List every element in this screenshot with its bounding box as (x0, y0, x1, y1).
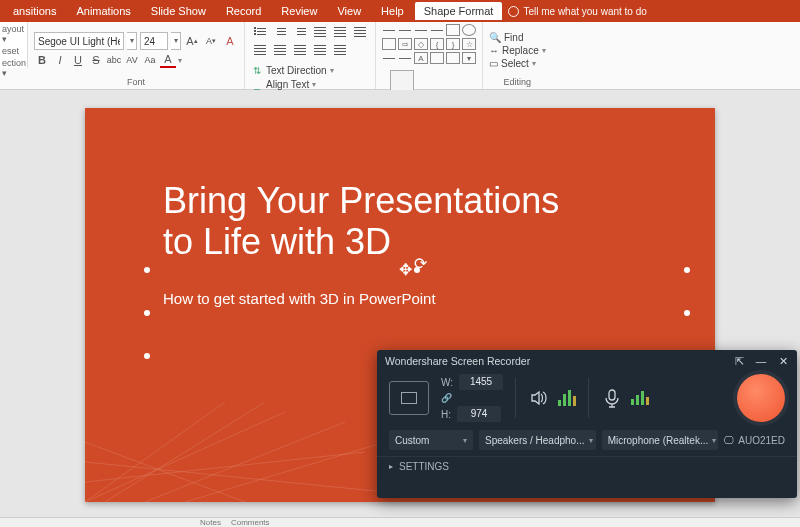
char-spacing-button[interactable]: AV (124, 52, 140, 68)
svg-line-3 (145, 422, 345, 502)
recorder-title: Wondershare Screen Recorder (385, 355, 530, 367)
shape-connector2-icon[interactable] (430, 24, 444, 36)
shape-diamond-icon[interactable]: ◇ (414, 38, 428, 50)
shape-hex-icon[interactable] (446, 52, 460, 64)
align-text-button[interactable]: ⎯Align Text▾ (251, 78, 361, 90)
shape-callout-icon[interactable] (430, 52, 444, 64)
close-icon[interactable]: ✕ (777, 355, 789, 367)
shape-line-icon[interactable] (382, 24, 396, 36)
slide-title[interactable]: Bring Your Presentationsto Life with 3D (163, 180, 559, 263)
font-size-combo[interactable] (140, 32, 168, 50)
settings-expander[interactable]: ▸ SETTINGS (377, 456, 797, 476)
svg-line-2 (105, 402, 265, 502)
align-center-button[interactable] (271, 42, 289, 58)
clear-formatting-button[interactable]: A (222, 33, 238, 49)
tab-help[interactable]: Help (372, 2, 413, 20)
speaker-select[interactable]: Speakers / Headpho...▾ (479, 430, 596, 450)
svg-line-0 (85, 402, 225, 502)
font-color-button[interactable]: A (160, 52, 176, 68)
lightbulb-icon (508, 6, 519, 17)
select-button[interactable]: ▭Select▾ (489, 58, 536, 69)
multilevel-button[interactable] (291, 24, 309, 40)
tab-record[interactable]: Record (217, 2, 270, 20)
shape-curve-icon[interactable] (382, 52, 396, 64)
decrease-indent-button[interactable] (311, 24, 329, 40)
underline-button[interactable]: U (70, 52, 86, 68)
rotate-handle[interactable]: ⟳ (414, 254, 420, 260)
preset-select[interactable]: Custom▾ (389, 430, 473, 450)
capture-area-button[interactable] (389, 381, 429, 415)
font-size-dropdown[interactable]: ▾ (171, 32, 181, 50)
recorder-titlebar[interactable]: Wondershare Screen Recorder ⇱ — ✕ (377, 350, 797, 372)
replace-button[interactable]: ↔Replace▾ (489, 45, 546, 56)
width-value[interactable]: 1455 (459, 374, 503, 390)
shape-freeform-icon[interactable] (398, 52, 412, 64)
bullets-button[interactable] (251, 24, 269, 40)
slide-subtitle[interactable]: How to get started with 3D in PowerPoint (163, 290, 436, 307)
shape-rect2-icon[interactable] (382, 38, 396, 50)
handle-mr[interactable] (684, 310, 690, 316)
increase-font-button[interactable]: A▴ (184, 33, 200, 49)
handle-tr[interactable] (684, 267, 690, 273)
subtitle-textbox-selected[interactable]: ⟳ ✥ How to get started with 3D in PowerP… (147, 270, 687, 356)
shape-brace-r-icon[interactable]: } (446, 38, 460, 50)
shape-connector-icon[interactable] (414, 24, 428, 36)
shapes-gallery[interactable]: ⇨ ◇ { } ☆ A ▾ (382, 24, 476, 64)
strikethrough-button[interactable]: S (88, 52, 104, 68)
svg-line-6 (185, 442, 385, 502)
align-left-button[interactable] (251, 42, 269, 58)
italic-button[interactable]: I (52, 52, 68, 68)
speaker-levels (558, 390, 576, 406)
height-value[interactable]: 974 (457, 406, 501, 422)
shape-star-icon[interactable]: ☆ (462, 38, 476, 50)
screen-recorder-window[interactable]: Wondershare Screen Recorder ⇱ — ✕ W:1455… (377, 350, 797, 498)
reset-button[interactable]: eset (2, 46, 25, 56)
font-name-combo[interactable] (34, 32, 124, 50)
text-direction-button[interactable]: ⇅Text Direction▾ (251, 64, 361, 76)
shape-brace-l-icon[interactable]: { (430, 38, 444, 50)
decrease-font-button[interactable]: A▾ (203, 33, 219, 49)
tab-animations[interactable]: Animations (67, 2, 139, 20)
handle-tl[interactable] (144, 267, 150, 273)
shape-textbox-icon[interactable]: A (414, 52, 428, 64)
shape-more-icon[interactable]: ▾ (462, 52, 476, 64)
font-group-label: Font (127, 76, 145, 89)
popout-icon[interactable]: ⇱ (733, 355, 745, 367)
shadow-button[interactable]: abc (106, 52, 122, 68)
align-right-button[interactable] (291, 42, 309, 58)
numbering-button[interactable] (271, 24, 289, 40)
layout-button[interactable]: ayout ▾ (2, 24, 25, 44)
justify-button[interactable] (311, 42, 329, 58)
tab-transitions[interactable]: ansitions (4, 2, 65, 20)
tab-slide-show[interactable]: Slide Show (142, 2, 215, 20)
columns-button[interactable] (331, 42, 349, 58)
section-button[interactable]: ection ▾ (2, 58, 25, 78)
tab-view[interactable]: View (328, 2, 370, 20)
font-color-dropdown[interactable]: ▾ (178, 56, 182, 65)
handle-bl[interactable] (144, 353, 150, 359)
increase-indent-button[interactable] (331, 24, 349, 40)
notes-button[interactable]: Notes (200, 518, 221, 527)
bold-button[interactable]: B (34, 52, 50, 68)
monitor-select[interactable]: 🖵AUO21ED (724, 435, 785, 446)
handle-ml[interactable] (144, 310, 150, 316)
tab-shape-format[interactable]: Shape Format (415, 2, 503, 20)
mic-select[interactable]: Microphone (Realtek...▾ (602, 430, 719, 450)
shape-line2-icon[interactable] (398, 24, 412, 36)
speaker-toggle[interactable] (528, 387, 550, 409)
shape-rect-icon[interactable] (446, 24, 460, 36)
shape-oval-icon[interactable] (462, 24, 476, 36)
find-button[interactable]: 🔍Find (489, 32, 523, 43)
tell-me-search[interactable]: Tell me what you want to do (508, 6, 646, 17)
record-button[interactable] (737, 374, 785, 422)
line-spacing-button[interactable] (351, 24, 369, 40)
mic-toggle[interactable] (601, 387, 623, 409)
comments-button[interactable]: Comments (231, 518, 270, 527)
lock-aspect-icon[interactable]: 🔗 (441, 393, 452, 403)
drawing-group: ⇨ ◇ { } ☆ A ▾ Arrange▾ Quick Styles▾ (376, 22, 483, 89)
tab-review[interactable]: Review (272, 2, 326, 20)
minimize-icon[interactable]: — (755, 355, 767, 367)
font-name-dropdown[interactable]: ▾ (127, 32, 137, 50)
shape-arrow-icon[interactable]: ⇨ (398, 38, 412, 50)
change-case-button[interactable]: Aa (142, 52, 158, 68)
